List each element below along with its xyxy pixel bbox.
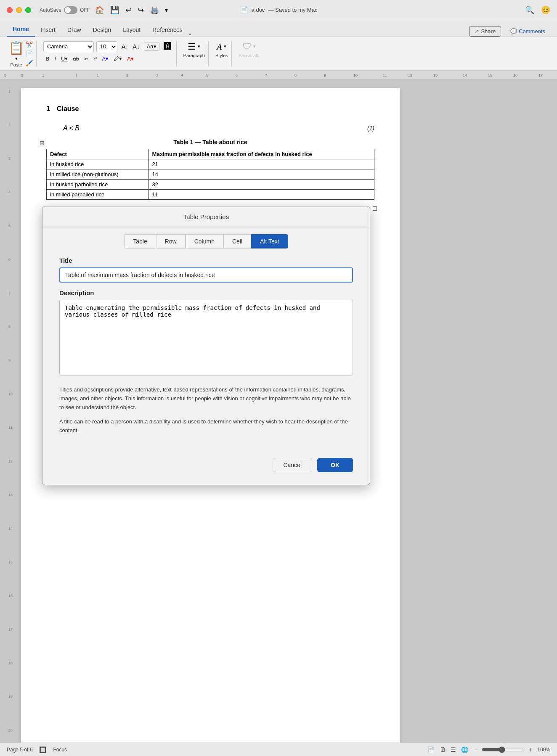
modal-tab-table[interactable]: Table (124, 234, 156, 248)
change-case-button[interactable]: Aa▾ (144, 42, 159, 51)
alt-text-title-input[interactable] (59, 267, 353, 283)
superscript-button[interactable]: x² (91, 55, 99, 63)
rice-table: Defect Maximum permissible mass fraction… (46, 149, 374, 200)
zoom-in-icon[interactable]: + (529, 746, 532, 753)
home-icon[interactable]: 🏠 (95, 5, 104, 15)
sensitivity-icon[interactable]: 🛡 (242, 41, 252, 52)
highlight-button[interactable]: 🖊▾ (111, 55, 124, 63)
bold-button[interactable]: B (43, 55, 51, 63)
user-icon[interactable]: 😊 (541, 5, 550, 15)
table-resize-handle[interactable] (373, 206, 377, 211)
ruler-num-2: 2 (21, 73, 23, 77)
comments-icon: 💬 (510, 28, 517, 34)
format-painter-icon[interactable]: 🖌️ (26, 60, 33, 66)
ruler-num2: 2 (126, 73, 128, 77)
copy-icon[interactable]: 📄 (26, 50, 33, 57)
table-cell-value-1: 14 (149, 169, 374, 180)
autosave-state: OFF (80, 7, 90, 13)
maximize-button[interactable] (25, 7, 31, 13)
margin-num-1: 1 (8, 88, 21, 122)
margin-num-7: 7 (8, 290, 21, 324)
modal-tab-cell[interactable]: Cell (223, 234, 251, 248)
share-icon: ↗ (475, 28, 479, 34)
paste-label: Paste (10, 62, 22, 67)
subscript-button[interactable]: x₂ (82, 55, 90, 63)
font-color-button[interactable]: A▾ (100, 55, 111, 63)
share-button[interactable]: ↗ Share (469, 26, 501, 37)
strikethrough-button[interactable]: ab (71, 55, 81, 63)
modal-tab-alt-text[interactable]: Alt Text (251, 234, 288, 248)
save-icon[interactable]: 💾 (110, 5, 119, 15)
print-icon[interactable]: 🖨️ (150, 5, 159, 15)
margin-num-17: 17 (8, 626, 21, 660)
ruler-num14: 14 (463, 73, 467, 77)
italic-button[interactable]: I (52, 55, 58, 63)
table-properties-dialog: Table Properties Table Row Column Cell A… (42, 206, 370, 485)
tab-home[interactable]: Home (7, 23, 35, 37)
minimize-button[interactable] (16, 7, 22, 13)
modal-tabs: Table Row Column Cell Alt Text (42, 227, 370, 248)
paste-icon[interactable]: 📋 (8, 40, 24, 55)
ok-button[interactable]: OK (317, 458, 353, 472)
table-caption: Table 1 — Table about rice (46, 139, 374, 145)
modal-tab-column[interactable]: Column (186, 234, 223, 248)
doc-icon: 📄 (240, 6, 248, 14)
focus-icon[interactable]: 🔲 (39, 746, 46, 753)
dropdown-icon[interactable]: ▾ (165, 7, 168, 13)
clear-format-button[interactable]: 🅰 (162, 41, 173, 52)
clause-number: 1 (46, 105, 50, 113)
paste-dropdown[interactable]: ▾ (15, 56, 18, 61)
zoom-slider[interactable] (482, 746, 524, 753)
undo-icon[interactable]: ↩ (125, 5, 132, 15)
print-layout-icon[interactable]: 🖹 (440, 746, 446, 753)
sensitivity-dropdown-icon[interactable]: ▾ (253, 44, 256, 49)
formula-number: (1) (367, 125, 374, 132)
zoom-out-icon[interactable]: − (473, 746, 477, 753)
layout-icon[interactable]: 📄 (427, 746, 435, 753)
outline-icon[interactable]: ☰ (451, 746, 456, 753)
underline-button[interactable]: U▾ (59, 55, 70, 63)
font-size-select[interactable]: 10 (96, 41, 117, 52)
alt-text-description-input[interactable]: Table enumerating the permissible mass f… (59, 300, 353, 375)
table-cell-value-2: 32 (149, 180, 374, 190)
ruler-num8: 8 (294, 73, 297, 77)
modal-tab-row[interactable]: Row (156, 234, 186, 248)
save-status: — Saved to my Mac (268, 7, 317, 13)
margin-num-2: 2 (8, 122, 21, 156)
web-layout-icon[interactable]: 🌐 (461, 746, 468, 753)
autosave-toggle[interactable] (64, 6, 77, 14)
ruler-num10: 10 (353, 73, 358, 77)
redo-icon[interactable]: ↪ (138, 5, 144, 15)
tab-references[interactable]: References (146, 24, 188, 37)
text-color-button[interactable]: A▾ (125, 55, 136, 63)
grow-font-button[interactable]: A↑ (120, 42, 130, 51)
ruler-num9: 9 (324, 73, 326, 77)
paragraph-icon[interactable]: ☰ (188, 41, 196, 52)
close-button[interactable] (7, 7, 13, 13)
ruler-num-3: 3 (4, 73, 6, 77)
cut-icon[interactable]: ✂️ (26, 41, 33, 48)
paragraph-dropdown-icon[interactable]: ▾ (198, 44, 200, 49)
search-icon[interactable]: 🔍 (525, 5, 534, 15)
more-tabs-icon[interactable]: » (188, 32, 191, 37)
tab-design[interactable]: Design (87, 24, 117, 37)
tab-draw[interactable]: Draw (61, 24, 87, 37)
info-para-2: A title can be read to a person with a d… (59, 418, 353, 435)
focus-label[interactable]: Focus (53, 747, 67, 753)
styles-icon[interactable]: 𝐴 (217, 41, 222, 52)
styles-dropdown-icon[interactable]: ▾ (224, 44, 226, 49)
cancel-button[interactable]: Cancel (273, 458, 312, 472)
traffic-lights (7, 7, 31, 13)
table-cell-value-3: 11 (149, 190, 374, 200)
font-family-select[interactable]: Cambria (43, 41, 94, 52)
table-add-icon[interactable]: ⊞ (38, 139, 46, 147)
comments-button[interactable]: 💬 Comments (505, 26, 550, 37)
document-page: 1 Clause A < B (1) ⊞ Table 1 — Table abo… (21, 88, 400, 756)
sensitivity-section: 🛡 ▾ Sensitivity (235, 41, 263, 66)
shrink-font-button[interactable]: A↓ (131, 42, 141, 51)
modal-title-bar: Table Properties (42, 206, 370, 227)
tab-insert[interactable]: Insert (35, 24, 61, 37)
ruler-num-1: 1 (42, 73, 44, 77)
tab-layout[interactable]: Layout (117, 24, 146, 37)
modal-info-text: Titles and descriptions provide alternat… (59, 386, 353, 435)
